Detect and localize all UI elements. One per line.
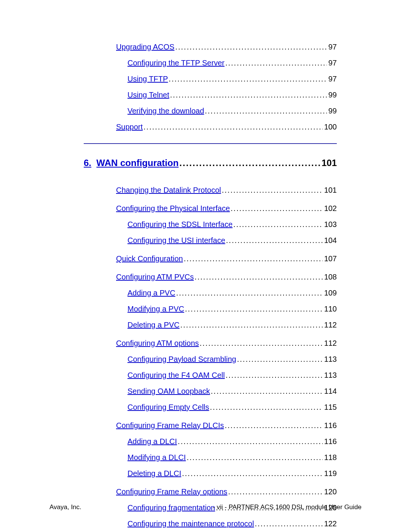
toc-entry[interactable]: Configuring Frame Relay DLCIs116 — [116, 420, 337, 430]
toc-entry-label[interactable]: Configuring the USI interface — [127, 235, 225, 245]
toc-entry-page: 115 — [323, 402, 337, 412]
toc-entry-label[interactable]: Configuring Frame Relay DLCIs — [116, 420, 224, 430]
toc-entry-page: 97 — [327, 58, 337, 68]
toc-entry-label[interactable]: Configuring the SDSL Interface — [127, 219, 233, 229]
toc-entry[interactable]: Adding a DLCI116 — [116, 436, 337, 446]
toc-entry-page: 103 — [323, 219, 337, 229]
toc-entry[interactable]: Configuring ATM options112 — [116, 338, 337, 348]
toc-entry-page: 119 — [323, 468, 337, 478]
toc-entry-label[interactable]: Configuring Empty Cells — [127, 402, 209, 412]
toc-entry-page: 113 — [323, 354, 337, 364]
toc-entry-label[interactable]: Configuring Frame Relay options — [116, 487, 227, 497]
toc-group: Configuring Frame Relay DLCIs116Adding a… — [116, 420, 337, 478]
toc-entry-leader — [227, 487, 322, 497]
toc-entry-leader — [225, 58, 327, 68]
toc-entry-leader — [199, 338, 323, 348]
toc-entry-label[interactable]: Upgrading ACOS — [116, 42, 174, 52]
toc-entry-page: 99 — [327, 90, 337, 100]
toc-group: Configuring ATM options112Configuring Pa… — [116, 338, 337, 412]
toc-entry-page: 112 — [323, 338, 337, 348]
toc-entry-leader — [236, 354, 323, 364]
toc-entry-page: 109 — [323, 288, 337, 298]
toc-entry-label[interactable]: Verifying the download — [127, 106, 204, 116]
toc-entry[interactable]: Verifying the download99 — [116, 106, 337, 116]
toc-entry-page: 101 — [323, 185, 337, 195]
chapter-title: WAN configuration — [96, 158, 178, 168]
toc-entry[interactable]: Support100 — [116, 122, 337, 132]
toc-entry-label[interactable]: Configuring ATM options — [116, 338, 199, 348]
toc-entry-label[interactable]: Sending OAM Loopback — [127, 386, 210, 396]
toc-entry-label[interactable]: Using TFTP — [127, 74, 168, 84]
toc-entry-leader — [194, 272, 322, 282]
toc-entry-label[interactable]: Configuring the Physical Interface — [116, 203, 230, 213]
toc-entry-label[interactable]: Adding a DLCI — [127, 436, 177, 446]
toc-entry-leader — [183, 254, 323, 264]
toc-entry[interactable]: Modifying a DLCI118 — [116, 452, 337, 462]
toc-entry-leader — [168, 74, 327, 84]
toc-entry-leader — [175, 288, 323, 298]
toc-entry-page: 100 — [323, 122, 337, 132]
toc-entry-label[interactable]: Modifying a DLCI — [127, 452, 186, 462]
toc-entry-page: 99 — [327, 106, 337, 116]
chapter-heading[interactable]: 6. WAN configuration 101 — [84, 158, 337, 168]
toc-entry-leader — [230, 203, 323, 213]
toc-entry-label[interactable]: Configuring the F4 OAM Cell — [127, 370, 225, 380]
toc-entry-leader — [143, 122, 323, 132]
toc-group: Changing the Datalink Protocol101 — [116, 185, 337, 195]
toc-entry[interactable]: Sending OAM Loopback114 — [116, 386, 337, 396]
toc-entry[interactable]: Using TFTP97 — [116, 74, 337, 84]
toc-entry[interactable]: Quick Configuration107 — [116, 254, 337, 264]
toc-entry[interactable]: Configuring Payload Scrambling113 — [116, 354, 337, 364]
toc-entry-label[interactable]: Deleting a PVC — [127, 320, 180, 330]
toc-entry-leader — [225, 370, 323, 380]
toc-entry[interactable]: Deleting a DLCI119 — [116, 468, 337, 478]
toc-entry-label[interactable]: Using Telnet — [127, 90, 169, 100]
toc-entry[interactable]: Configuring the Physical Interface102 — [116, 203, 337, 213]
toc-entry[interactable]: Configuring the SDSL Interface103 — [116, 219, 337, 229]
toc-entry-label[interactable]: Deleting a DLCI — [127, 468, 181, 478]
toc-entry-label[interactable]: Quick Configuration — [116, 254, 183, 264]
toc-entry-leader — [181, 468, 322, 478]
toc-entry-leader — [204, 106, 327, 116]
toc-entry[interactable]: Configuring Frame Relay options120 — [116, 487, 337, 497]
toc-entry-label[interactable]: Configuring ATM PVCs — [116, 272, 194, 282]
toc-entry-leader — [221, 185, 323, 195]
toc-group: Configuring the Physical Interface102Con… — [116, 203, 337, 245]
toc-entry-page: 104 — [323, 235, 337, 245]
toc-entry[interactable]: Deleting a PVC112 — [116, 320, 337, 330]
toc-entry-page: 114 — [323, 386, 337, 396]
toc-entry[interactable]: Upgrading ACOS97 — [116, 42, 337, 52]
toc-entry[interactable]: Configuring ATM PVCs108 — [116, 272, 337, 282]
toc-entry[interactable]: Adding a PVC109 — [116, 288, 337, 298]
toc-group: Configuring ATM PVCs108Adding a PVC109Mo… — [116, 272, 337, 330]
toc-entry-leader — [169, 90, 327, 100]
toc-entry-label[interactable]: Configuring Payload Scrambling — [127, 354, 236, 364]
toc-entry-page: 118 — [323, 452, 337, 462]
toc-entry[interactable]: Modifying a PVC110 — [116, 304, 337, 314]
footer-right: - vii - PARTNER ACS 1600 DSL module User… — [213, 503, 362, 511]
toc-entry-leader — [225, 235, 323, 245]
toc-entry[interactable]: Configuring the TFTP Server97 — [116, 58, 337, 68]
toc-entry-label[interactable]: Support — [116, 122, 143, 132]
toc-entry-page: 112 — [323, 320, 337, 330]
toc-entry-page: 122 — [323, 519, 337, 529]
toc-entry[interactable]: Configuring Empty Cells115 — [116, 402, 337, 412]
chapter-leader — [178, 158, 320, 168]
toc-entry-label[interactable]: Modifying a PVC — [127, 304, 184, 314]
toc-entry[interactable]: Changing the Datalink Protocol101 — [116, 185, 337, 195]
page-footer: Avaya, Inc. - vii - PARTNER ACS 1600 DSL… — [49, 503, 362, 511]
toc-entry[interactable]: Configuring the maintenance protocol122 — [116, 519, 337, 529]
toc-entry-label[interactable]: Configuring the TFTP Server — [127, 58, 225, 68]
footer-left: Avaya, Inc. — [49, 503, 81, 511]
toc-entry-page: 116 — [323, 436, 337, 446]
chapter-page: 101 — [320, 158, 337, 168]
toc-entry-label[interactable]: Changing the Datalink Protocol — [116, 185, 221, 195]
toc-entry[interactable]: Configuring the F4 OAM Cell113 — [116, 370, 337, 380]
toc-entry-label[interactable]: Configuring the maintenance protocol — [127, 519, 254, 529]
toc-entry-page: 120 — [323, 487, 337, 497]
toc-entry[interactable]: Using Telnet99 — [116, 90, 337, 100]
toc-group: Quick Configuration107 — [116, 254, 337, 264]
toc-entry-leader — [186, 452, 322, 462]
toc-entry[interactable]: Configuring the USI interface104 — [116, 235, 337, 245]
toc-entry-label[interactable]: Adding a PVC — [127, 288, 175, 298]
